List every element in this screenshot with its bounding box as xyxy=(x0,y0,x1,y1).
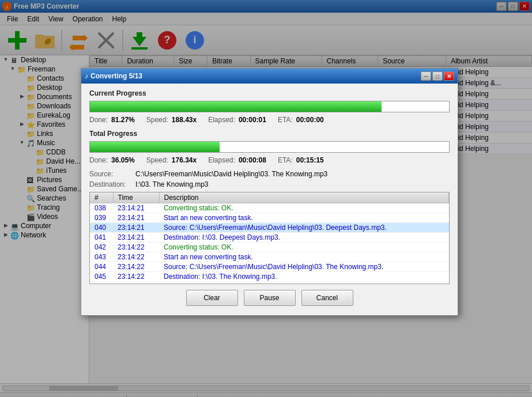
total-eta-stat: ETA: 00:15:15 xyxy=(278,156,324,164)
source-row: Source: C:\Users\Freeman\Music\David Hel… xyxy=(89,170,450,178)
dialog-title-bar: ♪ Converting 5/13 ─ □ ✕ xyxy=(81,69,458,84)
log-num: 042 xyxy=(90,243,113,252)
log-num: 038 xyxy=(90,203,113,213)
current-done-stat: Done: 81.27% xyxy=(89,116,135,124)
log-num: 043 xyxy=(90,252,113,262)
total-speed-label: Speed: xyxy=(146,156,168,164)
dialog-title-left: ♪ Converting 5/13 xyxy=(85,72,142,80)
destination-row: Destination: I:\03. The Knowing.mp3 xyxy=(89,180,450,188)
dialog-title-text: Converting 5/13 xyxy=(90,72,142,80)
total-speed-stat: Speed: 176.34x xyxy=(146,156,197,164)
current-elapsed-label: Elapsed: xyxy=(208,116,235,124)
current-progress-fill xyxy=(90,101,382,112)
source-value: C:\Users\Freeman\Music\David Helpling\03… xyxy=(135,170,327,178)
log-col-time: Time xyxy=(113,192,159,203)
log-time: 23:14:22 xyxy=(113,262,159,272)
total-done-label: Done: xyxy=(89,156,108,164)
current-progress-stats: Done: 81.27% Speed: 188.43x Elapsed: 00:… xyxy=(89,116,450,124)
modal-overlay: ♪ Converting 5/13 ─ □ ✕ Current Progress… xyxy=(0,0,532,397)
total-progress-fill xyxy=(90,142,220,152)
total-progress-bar xyxy=(89,141,450,153)
current-eta-value: 00:00:00 xyxy=(296,116,324,124)
log-desc: Source: C:\Users\Freeman\Music\David Hel… xyxy=(159,223,449,233)
dest-value: I:\03. The Knowing.mp3 xyxy=(135,180,209,188)
current-progress-bar xyxy=(89,101,450,112)
source-label: Source: xyxy=(89,170,135,178)
current-elapsed-stat: Elapsed: 00:00:01 xyxy=(208,116,266,124)
log-col-desc: Description xyxy=(159,192,449,203)
current-elapsed-value: 00:00:01 xyxy=(239,116,266,124)
current-eta-label: ETA: xyxy=(278,116,293,124)
current-done-value: 81.27% xyxy=(111,116,135,124)
dialog-buttons: Clear Pause Cancel xyxy=(89,284,450,309)
log-time: 23:14:22 xyxy=(113,243,159,252)
cancel-button[interactable]: Cancel xyxy=(301,290,353,306)
log-desc: Start an new converting task. xyxy=(159,252,449,262)
log-row: 045 23:14:22 Destination: I:\03. The Kno… xyxy=(90,272,449,282)
log-row: 040 23:14:21 Source: C:\Users\Freeman\Mu… xyxy=(90,223,449,233)
total-elapsed-label: Elapsed: xyxy=(208,156,235,164)
log-row: 044 23:14:22 Source: C:\Users\Freeman\Mu… xyxy=(90,262,449,272)
dest-label: Destination: xyxy=(89,180,135,188)
current-speed-value: 188.43x xyxy=(172,116,197,124)
dialog-close-btn[interactable]: ✕ xyxy=(444,71,454,81)
dialog-title-controls: ─ □ ✕ xyxy=(421,71,454,81)
current-eta-stat: ETA: 00:00:00 xyxy=(278,116,324,124)
log-time: 23:14:21 xyxy=(113,223,159,233)
total-speed-value: 176.34x xyxy=(172,156,197,164)
dialog-maximize-btn[interactable]: □ xyxy=(432,71,443,81)
current-speed-stat: Speed: 188.43x xyxy=(146,116,197,124)
current-done-label: Done: xyxy=(89,116,108,124)
log-desc: Source: C:\Users\Freeman\Music\David Hel… xyxy=(159,262,449,272)
total-progress-stats: Done: 36.05% Speed: 176.34x Elapsed: 00:… xyxy=(89,156,450,164)
total-elapsed-value: 00:00:08 xyxy=(239,156,266,164)
total-eta-value: 00:15:15 xyxy=(296,156,324,164)
clear-button[interactable]: Clear xyxy=(186,290,238,306)
log-col-num: # xyxy=(90,192,113,203)
log-row: 041 23:14:21 Destination: I:\03. Deepest… xyxy=(90,233,449,243)
total-progress-label: Total Progress xyxy=(89,130,450,138)
current-progress-label: Current Progress xyxy=(89,89,450,97)
log-desc: Destination: I:\03. Deepest Days.mp3. xyxy=(159,233,449,243)
log-row: 038 23:14:21 Converting status: OK. xyxy=(90,203,449,213)
log-desc: Converting status: OK. xyxy=(159,203,449,213)
converting-dialog: ♪ Converting 5/13 ─ □ ✕ Current Progress… xyxy=(81,68,458,316)
log-row: 043 23:14:22 Start an new converting tas… xyxy=(90,252,449,262)
log-desc: Destination: I:\03. The Knowing.mp3. xyxy=(159,272,449,282)
log-time: 23:14:21 xyxy=(113,203,159,213)
pause-button[interactable]: Pause xyxy=(244,290,296,306)
log-area[interactable]: # Time Description 038 23:14:21 Converti… xyxy=(89,192,450,284)
total-done-stat: Done: 36.05% xyxy=(89,156,135,164)
log-row: 042 23:14:22 Converting status: OK. xyxy=(90,243,449,252)
log-time: 23:14:21 xyxy=(113,233,159,243)
log-time: 23:14:22 xyxy=(113,252,159,262)
log-time: 23:14:22 xyxy=(113,272,159,282)
log-table: # Time Description 038 23:14:21 Converti… xyxy=(90,192,449,282)
log-row: 039 23:14:21 Start an new converting tas… xyxy=(90,213,449,223)
log-num: 039 xyxy=(90,213,113,223)
dialog-minimize-btn[interactable]: ─ xyxy=(421,71,431,81)
log-num: 040 xyxy=(90,223,113,233)
log-desc: Start an new converting task. xyxy=(159,213,449,223)
log-num: 044 xyxy=(90,262,113,272)
total-eta-label: ETA: xyxy=(278,156,293,164)
log-num: 045 xyxy=(90,272,113,282)
dialog-body: Current Progress Done: 81.27% Speed: 188… xyxy=(81,84,458,315)
total-done-value: 36.05% xyxy=(111,156,135,164)
total-elapsed-stat: Elapsed: 00:00:08 xyxy=(208,156,266,164)
log-time: 23:14:21 xyxy=(113,213,159,223)
log-num: 041 xyxy=(90,233,113,243)
log-desc: Converting status: OK. xyxy=(159,243,449,252)
current-speed-label: Speed: xyxy=(146,116,168,124)
dialog-title-icon: ♪ xyxy=(85,72,88,80)
